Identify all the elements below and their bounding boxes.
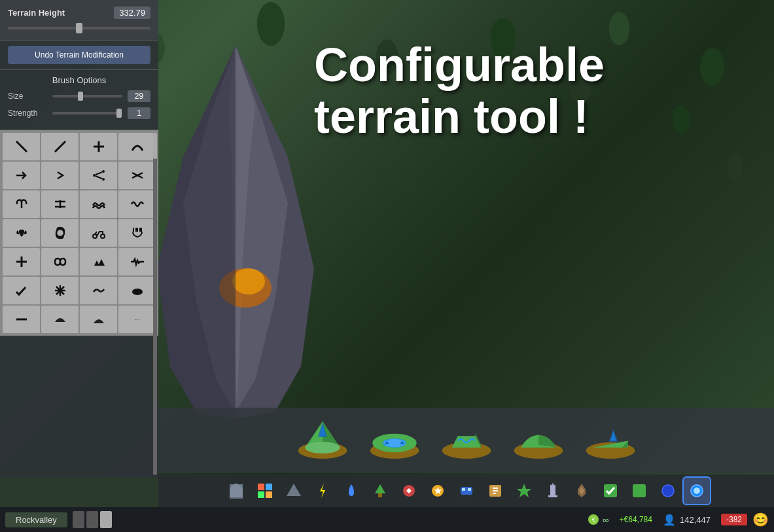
brush-options-title: Brush Options (8, 75, 150, 85)
svg-marker-58 (287, 484, 301, 496)
terrain-tools-row (158, 408, 774, 473)
brush-cell-cycle[interactable] (41, 219, 79, 247)
size-label: Size (8, 92, 47, 101)
pause-controls[interactable] (73, 511, 112, 528)
population-display: 👤 142,447 (663, 514, 711, 526)
brush-cell-cross2[interactable] (3, 248, 40, 275)
pause-btn-1[interactable] (73, 511, 84, 528)
scroll-indicator (153, 133, 157, 475)
brush-cell-hbar[interactable] (41, 190, 79, 218)
svg-point-69 (469, 495, 472, 497)
svg-rect-75 (550, 485, 555, 495)
toolbar-water2-icon[interactable] (654, 476, 682, 505)
brush-cell-check[interactable] (3, 277, 40, 304)
terrain-height-section: Terrain Height 332.79 (0, 0, 158, 41)
brush-cell-cross[interactable] (80, 133, 117, 160)
brush-cell-fork[interactable] (118, 219, 156, 247)
terrain-tool-level[interactable] (437, 414, 496, 467)
brush-cell-diagonal2[interactable] (41, 133, 79, 160)
brush-grid: ··· (0, 130, 158, 336)
brush-cell-share[interactable] (80, 162, 117, 189)
brush-cell-compress[interactable] (118, 162, 156, 189)
coins-value: ∞ (603, 515, 608, 525)
toolbar-terrain-icon[interactable] (279, 476, 308, 505)
svg-line-14 (96, 176, 102, 179)
status-bar: Rockvalley € ∞ +€64,784 👤 142,447 -382 😊 (0, 507, 774, 532)
brush-cell-wave2[interactable] (118, 190, 156, 218)
scroll-thumb (153, 133, 157, 159)
brush-cell-pulse[interactable] (118, 248, 156, 275)
toolbar-disaster-icon[interactable]: ★ (423, 476, 452, 505)
svg-rect-54 (258, 484, 264, 490)
undo-terrain-button[interactable]: Undo Terrain Modification (8, 46, 150, 64)
brush-cell-line[interactable] (3, 306, 40, 333)
terrain-height-slider[interactable] (8, 23, 150, 33)
terrain-tool-lower[interactable] (365, 414, 424, 467)
toolbar-policies-icon[interactable] (510, 476, 538, 505)
brush-cell-asterisk[interactable] (41, 277, 79, 304)
brush-cell-infinity[interactable] (41, 248, 79, 275)
terrain-height-value: 332.79 (114, 7, 150, 19)
terrain-tool-slope[interactable] (581, 414, 640, 467)
brush-cell-wave3[interactable] (80, 277, 117, 304)
brush-cell-hump[interactable] (41, 306, 79, 333)
brush-cell-arc2[interactable] (80, 306, 117, 333)
brush-cell-lotus[interactable] (3, 219, 40, 247)
brush-cell-mountains[interactable] (80, 248, 117, 275)
terrain-tool-smooth[interactable] (509, 414, 568, 467)
toolbar-check-icon[interactable] (596, 476, 625, 505)
brush-cell-diagonal[interactable] (3, 133, 40, 160)
happiness-display: 😊 (752, 512, 769, 527)
left-panel: Terrain Height 332.79 Undo Terrain Modif… (0, 0, 158, 478)
toolbar-transport-icon[interactable] (452, 476, 481, 505)
toolbar-info-icon[interactable] (481, 476, 510, 505)
svg-marker-77 (550, 483, 555, 486)
brush-cell-aries[interactable] (3, 190, 40, 218)
terrain-tool-raise[interactable] (293, 414, 352, 467)
coins-display: € ∞ (588, 514, 608, 525)
toolbar-active-icon[interactable] (682, 476, 711, 505)
brush-cell-arrow[interactable] (3, 162, 40, 189)
strength-slider[interactable] (52, 108, 122, 118)
svg-line-13 (96, 172, 102, 175)
svg-marker-51 (608, 429, 618, 442)
svg-marker-5 (157, 46, 236, 419)
toolbar-road-icon[interactable] (222, 476, 251, 505)
toolbar-fire-icon[interactable] (567, 476, 596, 505)
svg-rect-66 (462, 488, 465, 491)
svg-point-12 (102, 178, 105, 181)
brush-cell-scooter[interactable] (80, 219, 117, 247)
size-slider[interactable] (52, 91, 122, 101)
brush-grid-container: ··· (0, 130, 158, 478)
coin-icon: € (588, 514, 599, 525)
pause-btn-2[interactable] (86, 511, 98, 528)
toolbar-service-icon[interactable] (395, 476, 423, 505)
brush-cell-wave-crown[interactable] (80, 190, 117, 218)
svg-marker-24 (98, 259, 105, 266)
toolbar-monument-icon[interactable] (538, 476, 567, 505)
svg-point-20 (101, 234, 105, 238)
pause-btn-3[interactable] (100, 511, 112, 528)
svg-marker-61 (375, 484, 385, 493)
svg-text:★: ★ (433, 486, 442, 496)
toolbar-park-icon[interactable] (366, 476, 395, 505)
bottom-toolbar: ★ (158, 474, 774, 507)
svg-point-19 (93, 234, 97, 238)
toolbar-power-icon[interactable] (308, 476, 337, 505)
strength-label: Strength (8, 109, 47, 118)
brush-cell-arc[interactable] (118, 133, 156, 160)
brush-cell-circle[interactable] (118, 277, 156, 304)
brush-cell-dots[interactable]: ··· (118, 306, 156, 333)
brush-cell-chevron[interactable] (41, 162, 79, 189)
score-display: -382 (721, 514, 747, 525)
svg-point-68 (461, 495, 464, 497)
strength-row: Strength 1 (8, 107, 150, 119)
svg-marker-59 (320, 484, 325, 498)
svg-point-4 (232, 268, 265, 294)
toolbar-bulldoze-icon[interactable] (625, 476, 654, 505)
toolbar-zone-icon[interactable] (251, 476, 279, 505)
toolbar-water-icon[interactable] (337, 476, 366, 505)
svg-point-11 (102, 170, 105, 173)
svg-rect-81 (633, 484, 646, 497)
population-value: 142,447 (680, 515, 711, 525)
